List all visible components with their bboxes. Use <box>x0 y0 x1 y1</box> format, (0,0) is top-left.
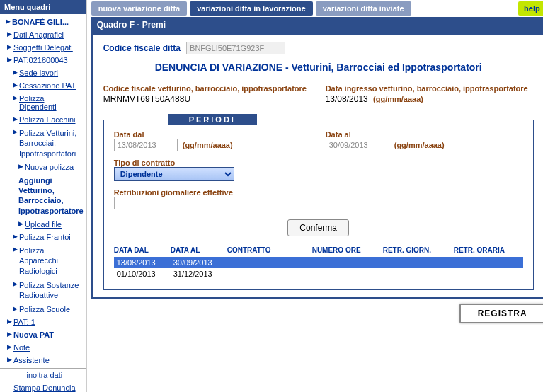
table-cell <box>230 258 315 267</box>
sidebar-item-label: PAT:021800043 <box>13 56 68 64</box>
sidebar-item[interactable]: ▶Polizza Apparecchi Radiologici <box>0 243 86 278</box>
sidebar-item[interactable]: ▶BONAFÈ GILI... <box>0 16 86 28</box>
sidebar-item-label: Polizza Scuole <box>19 305 70 313</box>
sidebar-item-label: Assistente <box>13 356 50 364</box>
tab[interactable]: variazioni ditta inviate <box>316 1 411 16</box>
sidebar-item-label: Soggetti Delegati <box>13 43 73 52</box>
help-button[interactable]: help <box>518 1 543 16</box>
sidebar-item[interactable]: ▶PAT:021800043 <box>0 54 86 67</box>
sidebar-item-label: Stampa Denuncia <box>13 384 75 392</box>
table-header-cell: NUMERO ORE <box>312 246 383 254</box>
table-row[interactable]: 01/10/201331/12/2013 <box>114 268 523 279</box>
sidebar-item-label: Polizza Apparecchi Radiologici <box>19 246 84 276</box>
sidebar-item-label: Polizza Frantoi <box>19 233 71 241</box>
tipo-contratto-label: Tipo di contratto <box>114 158 523 167</box>
table-header-cell: RETR. GIORN. <box>383 246 454 254</box>
sidebar-item[interactable]: ▶Polizza Vetturini, Barrocciai, Ippotras… <box>0 126 86 161</box>
periodi-box: PERIODI Data dal (gg/mm/aaaa) <box>103 120 534 290</box>
data-al-label: Data al <box>326 130 523 139</box>
sidebar-item-label: Note <box>13 343 30 352</box>
table-cell: 30/09/2013 <box>173 258 230 267</box>
sidebar-item[interactable]: ▶Polizza Dipendenti <box>0 92 86 113</box>
table-row[interactable]: 13/08/201330/09/2013 <box>114 257 523 268</box>
table-cell <box>457 270 520 278</box>
arrow-icon: ▶ <box>7 356 12 363</box>
table-cell <box>315 270 386 278</box>
sidebar-item[interactable]: ▶Nuova PAT <box>0 328 86 341</box>
arrow-icon: ▶ <box>7 318 12 325</box>
panel-header: Quadro F - Premi <box>91 17 543 33</box>
table-header-cell: DATA DAL <box>114 246 171 254</box>
table-cell: 13/08/2013 <box>117 258 173 267</box>
sidebar-item[interactable]: ▶Sede lavori <box>0 67 86 79</box>
arrow-icon: ▶ <box>13 81 18 88</box>
table-cell: 31/12/2013 <box>173 270 230 278</box>
retribuzioni-input[interactable] <box>114 197 156 209</box>
table-cell <box>386 258 457 267</box>
date-hint-al: (gg/mm/aaaa) <box>394 141 445 149</box>
sidebar-item-label: Upload file <box>25 220 62 229</box>
sidebar-item[interactable]: ▶Note <box>0 341 86 354</box>
arrow-icon: ▶ <box>6 18 11 25</box>
conferma-button[interactable]: Conferma <box>287 219 349 236</box>
sidebar-item[interactable]: ▶Polizza Frantoi <box>0 231 86 243</box>
table-header-cell: DATA AL <box>171 246 227 254</box>
tipo-contratto-select[interactable]: Dipendente <box>114 167 234 181</box>
sidebar-item[interactable]: ▶PAT: 1 <box>0 316 86 328</box>
sidebar-item-label: Polizza Facchini <box>19 115 75 124</box>
table-header-cell: CONTRATTO <box>227 246 312 254</box>
arrow-icon: ▶ <box>13 280 18 289</box>
tabs-bar: nuova variazione dittavariazioni ditta i… <box>91 1 543 16</box>
sidebar-item[interactable]: ▶Dati Anagrafici <box>0 28 86 41</box>
table-cell: 01/10/2013 <box>117 270 173 278</box>
arrow-icon: ▶ <box>13 128 18 137</box>
arrow-icon: ▶ <box>13 246 18 254</box>
sidebar-item[interactable]: ▶Assistente <box>0 354 86 367</box>
page-title: DENUNCIA DI VARIAZIONE - Vetturini, Barr… <box>103 62 534 73</box>
sidebar-item-label: Aggiungi Vetturino, Barrocciaio, Ippotra… <box>18 175 84 216</box>
sidebar-footer: inoltra datiStampa Denuncia <box>0 368 86 392</box>
arrow-icon: ▶ <box>13 69 18 76</box>
data-al-input[interactable] <box>326 139 389 151</box>
sidebar-item[interactable]: ▶Soggetti Delegati <box>0 41 86 54</box>
arrow-icon: ▶ <box>13 233 18 240</box>
sidebar-item[interactable]: ▶Polizza Scuole <box>0 303 86 316</box>
tab[interactable]: nuova variazione ditta <box>91 1 188 16</box>
data-dal-label: Data dal <box>114 130 311 139</box>
arrow-icon: ▶ <box>13 115 18 122</box>
main-content: nuova variazione dittavariazioni ditta i… <box>87 0 543 392</box>
retribuzioni-label: Retribuzioni giornaliere effettive <box>114 188 523 197</box>
sidebar-item[interactable]: ▶Nuova polizza <box>0 161 86 173</box>
sidebar-item-label: Dati Anagrafici <box>13 30 64 39</box>
sidebar-item-label: Sede lavori <box>19 69 58 77</box>
table-cell <box>230 270 315 278</box>
sidebar-item-label: PAT: 1 <box>13 318 35 326</box>
sidebar-item[interactable]: ▶Polizza Facchini <box>0 113 86 126</box>
sidebar-footer-item[interactable]: inoltra dati <box>0 369 86 381</box>
arrow-icon: ▶ <box>7 343 12 350</box>
sidebar-item[interactable]: ▶Cessazione PAT <box>0 79 86 92</box>
sidebar-item[interactable]: ▶Polizza Sostanze Radioattive <box>0 278 86 303</box>
sidebar-item[interactable]: ▶Upload file <box>0 218 86 231</box>
sidebar-item-label: Polizza Dipendenti <box>19 94 84 111</box>
sidebar-item-label: Cessazione PAT <box>19 81 76 90</box>
data-dal-input[interactable] <box>114 139 178 151</box>
arrow-icon: ▶ <box>18 220 23 227</box>
arrow-icon: ▶ <box>7 43 12 50</box>
tab[interactable]: variazioni ditta in lavorazione <box>190 1 312 16</box>
date-hint-dal: (gg/mm/aaaa) <box>183 141 233 149</box>
arrow-icon: ▶ <box>7 56 12 63</box>
sidebar-footer-item[interactable]: Stampa Denuncia <box>0 381 86 392</box>
cf-ditta-label: Codice fiscale ditta <box>103 43 181 53</box>
date-hint: (gg/mm/aaaa) <box>373 95 423 103</box>
table-header: DATA DALDATA ALCONTRATTONUMERO ORERETR. … <box>114 243 523 257</box>
sidebar-item-label: Nuova PAT <box>13 330 54 339</box>
table-body: 13/08/201330/09/201301/10/201331/12/2013 <box>114 257 523 279</box>
arrow-icon: ▶ <box>13 305 18 312</box>
registra-button[interactable]: REGISTRA <box>459 304 543 323</box>
sidebar-item[interactable]: Aggiungi Vetturino, Barrocciaio, Ippotra… <box>0 173 86 218</box>
sidebar-header: Menu quadri <box>0 0 86 14</box>
sidebar-item-label: inoltra dati <box>26 371 62 379</box>
table-cell <box>386 270 457 278</box>
sidebar: Menu quadri ▶BONAFÈ GILI...▶Dati Anagraf… <box>0 0 87 392</box>
